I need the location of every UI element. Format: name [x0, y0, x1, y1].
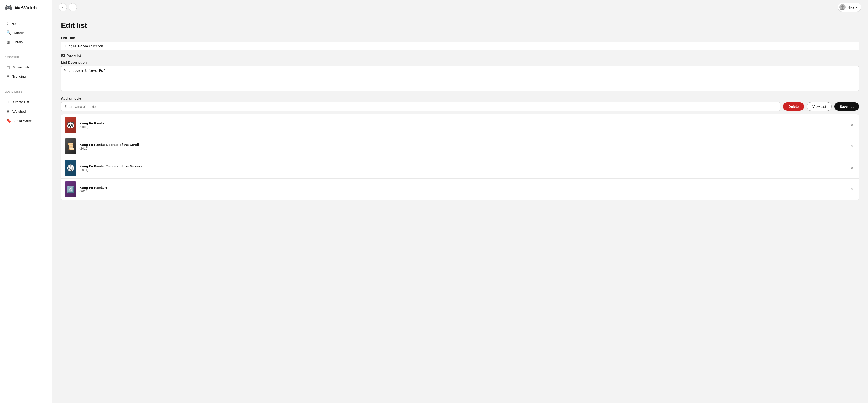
sidebar-item-gotta-watch[interactable]: 🔖 Gotta Watch [2, 116, 50, 125]
delete-button[interactable]: Delete [783, 102, 804, 111]
sidebar-item-watched[interactable]: ◉ Watched [2, 107, 50, 116]
avatar [839, 4, 846, 10]
sidebar: 🎮 WeWatch ⌂ Home 🔍 Search ▦ Library DISC… [0, 0, 52, 403]
add-movie-section: Add a movie Delete View List Save list [61, 97, 859, 111]
save-list-button[interactable]: Save list [834, 102, 859, 111]
page-content: Edit list List Title Public list List De… [52, 14, 868, 403]
chevron-down-icon: ▾ [856, 5, 858, 9]
app-name: WeWatch [15, 5, 37, 11]
topbar-navigation: ‹ › [59, 3, 77, 11]
public-list-checkbox[interactable] [61, 54, 65, 57]
table-row: 🥋 Kung Fu Panda: Secrets of the Masters … [61, 157, 859, 179]
movie-title: Kung Fu Panda [79, 121, 846, 125]
plus-icon: ＋ [6, 99, 10, 105]
sidebar-item-trending[interactable]: ◎ Trending [2, 72, 50, 81]
poster-icon: 4️⃣ [65, 181, 76, 197]
movie-poster: 🥋 [65, 160, 76, 176]
sidebar-item-label: Library [13, 40, 23, 44]
topbar: ‹ › Nika ▾ [52, 0, 868, 14]
sidebar-item-create-list[interactable]: ＋ Create List [2, 97, 50, 107]
movie-list: 🐼 Kung Fu Panda (2008) × 📜 Kung Fu Panda… [61, 114, 859, 200]
forward-button[interactable]: › [69, 3, 77, 11]
movie-info: Kung Fu Panda (2008) [79, 121, 846, 129]
movie-year: (2024) [79, 190, 846, 193]
sidebar-item-search[interactable]: 🔍 Search [2, 28, 50, 37]
discover-nav: ▤ Movie Lists ◎ Trending [0, 59, 52, 84]
sidebar-item-movie-lists[interactable]: ▤ Movie Lists [2, 63, 50, 72]
movie-title: Kung Fu Panda: Secrets of the Masters [79, 164, 846, 168]
sidebar-item-label: Search [14, 31, 25, 35]
sidebar-item-home[interactable]: ⌂ Home [2, 19, 50, 28]
remove-movie-button[interactable]: × [849, 165, 855, 171]
sidebar-item-label: Create List [13, 100, 29, 104]
movie-lists-section-label: MOVIE LISTS [0, 88, 52, 94]
svg-point-1 [841, 5, 844, 8]
remove-movie-button[interactable]: × [849, 186, 855, 193]
movie-title: Kung Fu Panda: Secrets of the Scroll [79, 143, 846, 146]
remove-movie-button[interactable]: × [849, 122, 855, 128]
remove-movie-button[interactable]: × [849, 143, 855, 150]
sidebar-item-label: Home [11, 22, 20, 26]
sidebar-item-label: Watched [12, 109, 26, 113]
movie-lists-nav: ＋ Create List ◉ Watched 🔖 Gotta Watch [0, 94, 52, 129]
sidebar-item-library[interactable]: ▦ Library [2, 37, 50, 46]
page-title: Edit list [61, 21, 859, 30]
add-movie-label: Add a movie [61, 97, 859, 100]
table-row: 🐼 Kung Fu Panda (2008) × [61, 114, 859, 136]
poster-icon: 📜 [65, 139, 76, 154]
trending-icon: ◎ [6, 74, 10, 79]
view-list-button[interactable]: View List [807, 102, 832, 111]
movie-info: Kung Fu Panda 4 (2024) [79, 186, 846, 193]
main-area: ‹ › Nika ▾ Edit list List Title Public l… [52, 0, 868, 403]
sidebar-item-label: Gotta Watch [14, 119, 33, 123]
user-name: Nika [847, 5, 854, 9]
movie-poster: 4️⃣ [65, 181, 76, 197]
user-profile[interactable]: Nika ▾ [838, 3, 861, 12]
movie-title: Kung Fu Panda 4 [79, 186, 846, 190]
movie-info: Kung Fu Panda: Secrets of the Scroll (20… [79, 143, 846, 150]
search-icon: 🔍 [6, 30, 11, 35]
list-description-input[interactable]: Who doesn't love Po? [61, 66, 859, 91]
main-nav: ⌂ Home 🔍 Search ▦ Library [0, 16, 52, 50]
home-icon: ⌂ [6, 21, 8, 26]
discover-section-label: DISCOVER [0, 54, 52, 59]
sidebar-divider-1 [0, 52, 52, 52]
back-button[interactable]: ‹ [59, 3, 67, 11]
list-description-label: List Description [61, 61, 859, 64]
public-list-label: Public list [67, 54, 81, 57]
movie-info: Kung Fu Panda: Secrets of the Masters (2… [79, 164, 846, 172]
poster-icon: 🐼 [65, 117, 76, 133]
movie-search-input[interactable] [61, 102, 780, 111]
sidebar-item-label: Movie Lists [13, 65, 30, 69]
movie-poster: 📜 [65, 138, 76, 154]
eye-icon: ◉ [6, 109, 10, 114]
movie-poster: 🐼 [65, 117, 76, 133]
add-movie-row: Delete View List Save list [61, 102, 859, 111]
movie-year: (2011) [79, 168, 846, 172]
logo-icon: 🎮 [4, 4, 12, 11]
table-row: 📜 Kung Fu Panda: Secrets of the Scroll (… [61, 136, 859, 157]
movie-lists-icon: ▤ [6, 65, 10, 70]
poster-icon: 🥋 [65, 160, 76, 175]
library-icon: ▦ [6, 39, 10, 44]
movie-year: (2016) [79, 146, 846, 150]
bookmark-icon: 🔖 [6, 119, 11, 123]
app-logo: 🎮 WeWatch [0, 0, 52, 16]
table-row: 4️⃣ Kung Fu Panda 4 (2024) × [61, 179, 859, 200]
sidebar-item-label: Trending [12, 74, 26, 78]
list-title-label: List Title [61, 36, 859, 40]
list-title-input[interactable] [61, 41, 859, 51]
public-list-row: Public list [61, 54, 859, 57]
movie-year: (2008) [79, 125, 846, 129]
